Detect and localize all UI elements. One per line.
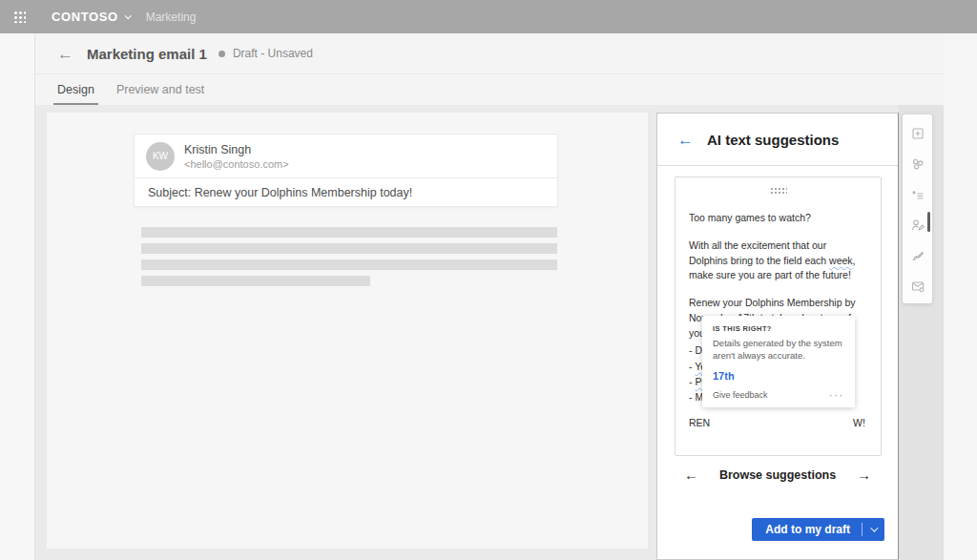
placeholder-bar [141,276,370,286]
status-badge: Draft - Unsaved [233,47,313,60]
more-options-icon[interactable]: ··· [829,390,844,401]
window-edge [944,33,977,560]
status-dot-icon [218,51,225,57]
tooltip-body: Details generated by the system aren't a… [713,337,844,363]
browse-suggestions-row: ← Browse suggestions → [657,467,898,482]
email-settings-icon[interactable] [903,271,932,301]
add-element-icon[interactable] [903,118,932,149]
collapsed-left-rail [0,33,35,560]
suggestion-paragraph-1: Too many games to watch? [689,211,867,226]
styles-brush-icon[interactable] [903,240,932,271]
app-launcher-waffle-icon[interactable] [13,10,26,23]
placeholder-bar [141,259,557,270]
previous-suggestion-button[interactable]: ← [684,467,698,482]
sender-email: <hello@contoso.com> [184,158,289,170]
drag-handle-icon[interactable] [770,187,787,194]
tab-preview-and-test[interactable]: Preview and test [116,77,204,102]
browse-suggestions-label: Browse suggestions [719,468,836,482]
subject-line[interactable]: Subject: Renew your Dolphins Membership … [135,178,557,206]
tab-design[interactable]: Design [57,77,94,102]
sender-row: KW Kristin Singh <hello@contoso.com> [135,135,557,177]
tooltip-heading: IS THIS RIGHT? [713,324,844,333]
placeholder-bar [141,227,557,238]
ai-panel-back-button[interactable]: ← [677,132,694,148]
is-this-right-tooltip: IS THIS RIGHT? Details generated by the … [702,316,855,407]
chevron-down-icon[interactable] [870,524,878,531]
org-name: CONTOSO [52,10,118,24]
record-header: ← Marketing email 1 Draft - Unsaved [35,33,944,74]
back-button[interactable]: ← [57,46,73,62]
give-feedback-link[interactable]: Give feedback [713,390,768,400]
app-name: Marketing [146,10,197,24]
email-design-surface[interactable]: KW Kristin Singh <hello@contoso.com> Sub… [47,113,648,549]
ai-panel-header: ← AI text suggestions [657,114,898,166]
org-switcher[interactable]: CONTOSO [52,10,130,24]
designer-side-toolbar [903,114,932,303]
flagged-term-week[interactable]: week [829,255,853,266]
placeholder-bar [141,243,557,254]
button-divider [862,523,863,536]
ai-text-suggestions-panel: ← AI text suggestions Too many games to … [656,113,899,560]
page-title: Marketing email 1 [87,46,207,62]
avatar: KW [146,142,175,171]
email-body-placeholder[interactable] [141,227,557,292]
tooltip-term-link[interactable]: 17th [713,370,844,382]
tab-bar: Design Preview and test [35,74,944,105]
top-app-bar: CONTOSO Marketing [0,0,977,33]
layout-elements-icon[interactable] [903,149,932,179]
add-to-my-draft-button[interactable]: Add to my draft [752,518,884,541]
active-tool-indicator [927,212,930,232]
chevron-down-icon [124,12,131,19]
suggestion-closing-line: REN W! [689,416,867,431]
suggestion-paragraph-2: With all the excitement that our Dolphin… [689,239,867,283]
ai-panel-title: AI text suggestions [707,132,839,148]
sender-name: Kristin Singh [184,143,289,156]
dynamic-text-icon[interactable] [903,179,932,210]
next-suggestion-button[interactable]: → [857,467,871,482]
email-header-card[interactable]: KW Kristin Singh <hello@contoso.com> Sub… [134,134,558,207]
